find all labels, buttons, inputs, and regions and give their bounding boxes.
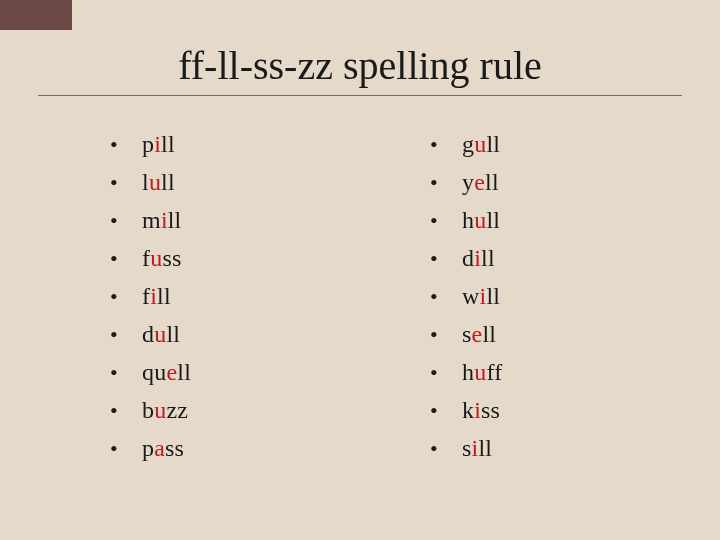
list-item: • pill [110, 126, 410, 162]
word: dull [142, 316, 180, 352]
word: fuss [142, 240, 182, 276]
list-item: • hull [430, 202, 502, 238]
word: pass [142, 430, 184, 466]
list-item: • dull [110, 316, 410, 352]
bullet-icon: • [110, 356, 142, 389]
list-item: • kiss [430, 392, 502, 428]
list-item: • dill [430, 240, 502, 276]
list-item: • buzz [110, 392, 410, 428]
list-item: • fuss [110, 240, 410, 276]
bullet-icon: • [430, 280, 462, 313]
title-underline [38, 95, 682, 96]
word-column-right: • gull • yell • hull • dill • will • sel… [430, 126, 502, 468]
list-item: • gull [430, 126, 502, 162]
slide: ff-ll-ss-zz spelling rule • pill • lull … [0, 0, 720, 540]
word: hull [462, 202, 500, 238]
bullet-icon: • [430, 394, 462, 427]
slide-title: ff-ll-ss-zz spelling rule [40, 42, 680, 89]
word-columns: • pill • lull • mill • fuss • fill • dul… [0, 126, 720, 468]
word: quell [142, 354, 191, 390]
bullet-icon: • [430, 356, 462, 389]
word: buzz [142, 392, 188, 428]
list-item: • huff [430, 354, 502, 390]
list-item: • mill [110, 202, 410, 238]
word: lull [142, 164, 175, 200]
list-item: • quell [110, 354, 410, 390]
list-item: • will [430, 278, 502, 314]
word: fill [142, 278, 171, 314]
list-item: • fill [110, 278, 410, 314]
bullet-icon: • [110, 280, 142, 313]
list-item: • sill [430, 430, 502, 466]
bullet-icon: • [430, 128, 462, 161]
word: gull [462, 126, 500, 162]
bullet-icon: • [430, 166, 462, 199]
word: dill [462, 240, 495, 276]
word: yell [462, 164, 499, 200]
bullet-icon: • [110, 394, 142, 427]
word: mill [142, 202, 182, 238]
bullet-icon: • [430, 318, 462, 351]
bullet-icon: • [110, 204, 142, 237]
bullet-icon: • [110, 432, 142, 465]
word: huff [462, 354, 502, 390]
bullet-icon: • [110, 166, 142, 199]
list-item: • sell [430, 316, 502, 352]
list-item: • lull [110, 164, 410, 200]
bullet-icon: • [110, 318, 142, 351]
word-column-left: • pill • lull • mill • fuss • fill • dul… [110, 126, 410, 468]
word: will [462, 278, 500, 314]
word: pill [142, 126, 175, 162]
word: sill [462, 430, 492, 466]
bullet-icon: • [430, 242, 462, 275]
bullet-icon: • [430, 204, 462, 237]
bullet-icon: • [430, 432, 462, 465]
word: sell [462, 316, 496, 352]
list-item: • yell [430, 164, 502, 200]
bullet-icon: • [110, 128, 142, 161]
word: kiss [462, 392, 500, 428]
bullet-icon: • [110, 242, 142, 275]
list-item: • pass [110, 430, 410, 466]
